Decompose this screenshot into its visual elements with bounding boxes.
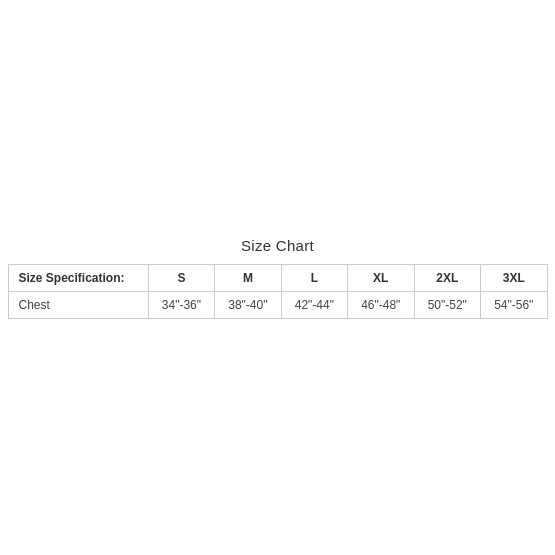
size-m-header: M <box>215 264 281 291</box>
header-row: Size Specification: S M L XL 2XL 3XL <box>8 264 547 291</box>
size-s-header: S <box>148 264 214 291</box>
size-xl-header: XL <box>348 264 414 291</box>
chest-2xl: 50"-52" <box>414 291 480 318</box>
size-table: Size Specification: S M L XL 2XL 3XL Che… <box>8 264 548 319</box>
size-2xl-header: 2XL <box>414 264 480 291</box>
chest-3xl: 54"-56" <box>480 291 547 318</box>
chest-m: 38"-40" <box>215 291 281 318</box>
chest-s: 34"-36" <box>148 291 214 318</box>
spec-header: Size Specification: <box>8 264 148 291</box>
size-chart-container: Size Chart Size Specification: S M L XL … <box>8 237 548 319</box>
chest-label: Chest <box>8 291 148 318</box>
chest-xl: 46"-48" <box>348 291 414 318</box>
chest-row: Chest 34"-36" 38"-40" 42"-44" 46"-48" 50… <box>8 291 547 318</box>
size-l-header: L <box>281 264 347 291</box>
chart-title: Size Chart <box>241 237 314 254</box>
chest-l: 42"-44" <box>281 291 347 318</box>
size-3xl-header: 3XL <box>480 264 547 291</box>
